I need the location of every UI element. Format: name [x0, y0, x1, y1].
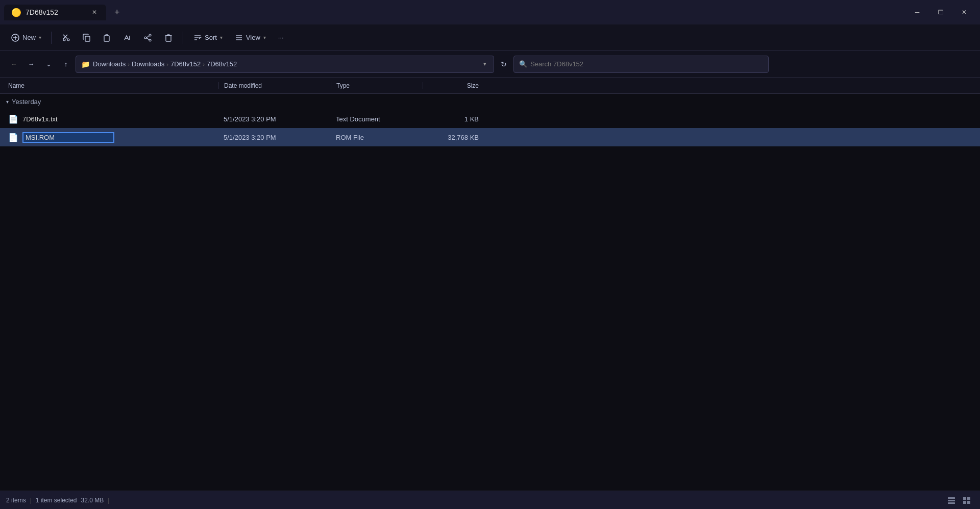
minimize-button[interactable]: ─ [905, 4, 929, 20]
selected-info: 1 item selected [36, 497, 77, 504]
view-icon [235, 34, 243, 42]
file-list: Name Date modified Type Size ▾ Yesterday… [0, 78, 980, 491]
toolbar: New ▾ Sort ▾ View ▾ ··· [0, 24, 980, 51]
folder-icon: 🟡 [11, 8, 21, 17]
svg-rect-5 [85, 36, 90, 41]
maximize-button[interactable]: ⧠ [929, 4, 952, 20]
table-row[interactable]: 📄 5/1/2023 3:20 PM ROM File 32,768 KB [0, 128, 980, 146]
tiles-view-icon [963, 496, 971, 504]
file-date-cell: 5/1/2023 3:20 PM [218, 134, 331, 141]
col-header-size[interactable]: Size [423, 82, 484, 89]
up-button[interactable]: ↑ [58, 57, 74, 72]
refresh-button[interactable]: ↻ [496, 57, 511, 72]
breadcrumb-sep-3: › [203, 61, 205, 67]
tiles-view-button[interactable] [960, 494, 974, 506]
file-size-cell: 32,768 KB [423, 134, 484, 141]
svg-rect-26 [963, 501, 966, 504]
breadcrumb-sep-1: › [128, 61, 130, 67]
more-button[interactable]: ··· [273, 31, 289, 44]
tab-title: 7D68v152 [26, 8, 58, 16]
recent-locations-button[interactable]: ⌄ [41, 57, 56, 72]
status-sep-2: | [108, 497, 109, 504]
new-chevron: ▾ [39, 35, 41, 40]
new-button[interactable]: New ▾ [6, 31, 46, 45]
toolbar-separator-2 [183, 32, 183, 44]
delete-button[interactable] [159, 31, 178, 45]
file-size-cell: 1 KB [423, 115, 484, 123]
close-button[interactable]: ✕ [952, 4, 976, 20]
status-bar: 2 items | 1 item selected 32.0 MB | [0, 491, 980, 509]
svg-rect-21 [948, 497, 955, 499]
content-area: Name Date modified Type Size ▾ Yesterday… [0, 78, 980, 491]
svg-point-9 [149, 39, 151, 41]
svg-rect-13 [166, 36, 171, 41]
details-view-button[interactable] [944, 494, 959, 506]
rename-button[interactable] [118, 31, 137, 45]
group-header-yesterday[interactable]: ▾ Yesterday [0, 94, 980, 110]
sort-icon [193, 34, 202, 42]
tab-close-button[interactable]: ✕ [90, 8, 99, 17]
file-date-cell: 5/1/2023 3:20 PM [218, 115, 331, 123]
rename-icon [124, 34, 132, 42]
file-type-cell: Text Document [331, 115, 423, 123]
back-button[interactable]: ← [6, 57, 21, 72]
cut-icon [62, 34, 70, 42]
forward-button[interactable]: → [23, 57, 39, 72]
file-icon-rom: 📄 [8, 133, 18, 142]
address-breadcrumb: Downloads › Downloads › 7D68v152 › 7D68v… [93, 60, 237, 68]
breadcrumb-downloads-1[interactable]: Downloads [93, 60, 126, 68]
paste-icon [103, 34, 111, 42]
address-box[interactable]: 📁 Downloads › Downloads › 7D68v152 › 7D6… [76, 56, 494, 73]
file-type-cell: ROM File [331, 134, 423, 141]
delete-icon [164, 34, 173, 42]
view-button[interactable]: View ▾ [230, 31, 271, 45]
rename-input[interactable] [22, 132, 114, 143]
window-controls: ─ ⧠ ✕ [905, 4, 976, 20]
svg-rect-23 [948, 502, 955, 504]
copy-button[interactable] [78, 31, 96, 45]
sort-chevron: ▾ [220, 35, 223, 40]
active-tab[interactable]: 🟡 7D68v152 ✕ [4, 5, 106, 20]
new-tab-button[interactable]: + [110, 5, 124, 20]
status-sep-1: | [30, 497, 32, 504]
breadcrumb-downloads-2[interactable]: Downloads [132, 60, 164, 68]
search-box[interactable]: 🔍 [513, 56, 769, 73]
svg-rect-27 [967, 501, 970, 504]
address-dropdown-button[interactable]: ▾ [481, 61, 488, 67]
col-header-name[interactable]: Name [4, 82, 218, 89]
file-name-cell: 📄 7D68v1x.txt [4, 114, 218, 124]
items-count: 2 items [6, 497, 26, 504]
table-row[interactable]: 📄 7D68v1x.txt 5/1/2023 3:20 PM Text Docu… [0, 110, 980, 128]
details-view-icon [947, 496, 955, 504]
breadcrumb-sep-2: › [166, 61, 168, 67]
group-label: Yesterday [12, 98, 41, 106]
new-icon [11, 34, 19, 42]
view-chevron: ▾ [263, 35, 266, 40]
svg-line-11 [146, 36, 149, 38]
status-text: 2 items | 1 item selected 32.0 MB | [6, 497, 109, 504]
address-folder-icon: 📁 [81, 60, 90, 68]
svg-rect-6 [104, 36, 109, 41]
svg-line-12 [146, 38, 149, 40]
breadcrumb-7d68-1[interactable]: 7D68v152 [170, 60, 201, 68]
share-button[interactable] [139, 31, 157, 45]
svg-rect-24 [963, 497, 966, 500]
toolbar-separator-1 [52, 32, 52, 44]
svg-point-3 [63, 39, 65, 41]
svg-rect-25 [967, 497, 970, 500]
svg-point-8 [149, 34, 151, 36]
status-view-buttons [944, 494, 974, 506]
paste-button[interactable] [98, 31, 116, 45]
address-bar-row: ← → ⌄ ↑ 📁 Downloads › Downloads › 7D68v1… [0, 51, 980, 78]
cut-button[interactable] [57, 31, 76, 45]
col-header-date[interactable]: Date modified [218, 82, 331, 89]
svg-point-4 [67, 39, 69, 41]
sort-button[interactable]: Sort ▾ [188, 31, 228, 45]
copy-icon [83, 34, 91, 42]
title-bar: 🟡 7D68v152 ✕ + ─ ⧠ ✕ [0, 0, 980, 24]
breadcrumb-7d68-2[interactable]: 7D68v152 [207, 60, 237, 68]
file-icon-txt: 📄 [8, 114, 18, 124]
search-input[interactable] [530, 60, 763, 68]
col-header-type[interactable]: Type [331, 82, 423, 89]
share-icon [144, 34, 152, 42]
